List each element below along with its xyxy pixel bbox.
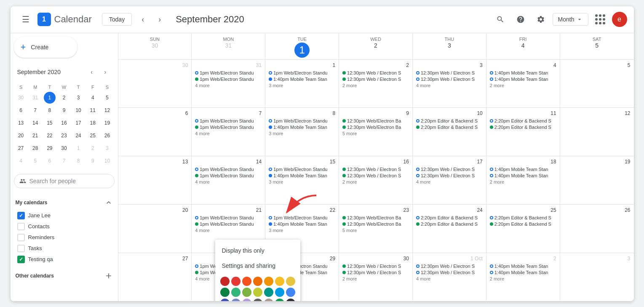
more-events-link[interactable]: 3 more <box>267 131 337 136</box>
calendar-event[interactable]: 2:20pm Editor & Backend S <box>488 221 558 227</box>
create-button[interactable]: + Create <box>14 37 77 58</box>
more-events-link[interactable]: 2 more <box>488 179 558 185</box>
color-cyan[interactable] <box>275 288 284 297</box>
calendar-event[interactable]: 2:20pm Editor & Backend S <box>414 221 484 227</box>
mini-day[interactable]: 20 <box>15 130 27 141</box>
calendar-cell[interactable]: 3012:30pm Web / Electron S12:30pm Web / … <box>339 253 413 301</box>
today-button[interactable]: Today <box>102 13 132 26</box>
mini-prev-button[interactable]: ‹ <box>86 66 98 78</box>
calendar-event[interactable]: 1pm Web/Electron Standu <box>193 124 263 130</box>
calendar-event[interactable]: 2:20pm Editor & Backend S <box>414 215 484 221</box>
calendar-cell[interactable]: 12 <box>560 108 634 156</box>
calendar-cell[interactable]: 11pm Web/Electron Standu1:40pm Mobile Te… <box>265 60 339 108</box>
more-events-link[interactable]: 4 more <box>414 179 484 185</box>
calendar-event[interactable]: 1pm Web/Electron Standu <box>193 215 263 221</box>
calendar-event[interactable]: 1:40pm Mobile Team Stan <box>267 124 337 130</box>
mini-day[interactable]: 25 <box>87 130 99 141</box>
mini-day[interactable]: 30 <box>15 92 27 104</box>
mini-day[interactable]: 26 <box>101 130 113 141</box>
more-events-link[interactable]: 3 more <box>267 179 337 185</box>
calendar-cell[interactable]: 13 <box>118 156 192 204</box>
mini-day-today[interactable]: 1 <box>44 92 56 104</box>
color-slate[interactable] <box>253 299 262 301</box>
next-month-button[interactable]: › <box>152 12 167 27</box>
color-basil[interactable] <box>275 277 284 286</box>
calendar-cell[interactable]: 112:20pm Editor & Backend S2:20pm Editor… <box>486 108 560 156</box>
calendar-cell[interactable]: 27 <box>118 253 192 301</box>
calendar-cell[interactable]: 20 <box>118 205 192 253</box>
mini-day[interactable]: 3 <box>101 142 113 154</box>
calendar-event[interactable]: 1:40pm Mobile Team Stan <box>488 76 558 82</box>
calendar-event[interactable]: 12:30pm Web / Electron S <box>414 270 484 275</box>
calendar-checkbox-contacts[interactable] <box>17 223 25 230</box>
view-selector[interactable]: Month <box>553 13 588 26</box>
mini-day[interactable]: 9 <box>58 104 70 116</box>
calendar-event[interactable]: 12:30pm Web / Electron S <box>341 270 411 275</box>
color-wisteria[interactable] <box>242 299 251 301</box>
calendar-cell[interactable]: 71pm Web/Electron Standu1pm Web/Electron… <box>192 108 265 156</box>
mini-day[interactable]: 2 <box>58 92 70 104</box>
menu-icon[interactable]: ☰ <box>17 11 34 28</box>
calendar-cell[interactable]: 912:30pm Web/Electron Ba12:30pm Web/Elec… <box>339 108 413 156</box>
calendar-item-reminders[interactable]: Reminders <box>14 232 115 243</box>
calendar-event[interactable]: 12:30pm Web / Electron S <box>341 76 411 82</box>
calendar-event[interactable]: 2:20pm Editor & Backend S <box>488 124 558 130</box>
calendar-checkbox-jane[interactable]: ✓ <box>17 212 25 219</box>
color-flamingo[interactable] <box>231 277 240 286</box>
other-calendars-header[interactable]: Other calendars <box>14 268 115 283</box>
calendar-event[interactable]: 12:30pm Web/Electron Ba <box>341 124 411 130</box>
mini-day[interactable]: 17 <box>72 117 84 129</box>
help-button[interactable] <box>512 11 529 28</box>
add-other-calendar-icon[interactable] <box>104 272 113 280</box>
calendar-event[interactable]: 1:40pm Mobile Team Stan <box>267 173 337 179</box>
mini-day[interactable]: 27 <box>15 142 27 154</box>
mini-day[interactable]: 24 <box>72 130 84 141</box>
calendar-cell[interactable]: 19 <box>560 156 634 204</box>
color-teal[interactable] <box>264 288 273 297</box>
calendar-event[interactable]: 12:30pm Web / Electron S <box>341 166 411 172</box>
calendar-event[interactable]: 1pm Web/Electron Standu <box>193 76 263 82</box>
mini-day[interactable]: 5 <box>29 155 41 167</box>
calendar-event[interactable]: 2:20pm Editor & Backend S <box>414 124 484 130</box>
color-lavender[interactable] <box>231 288 240 297</box>
calendar-cell[interactable]: 21:40pm Mobile Team Stan1:40pm Mobile Te… <box>486 253 560 301</box>
mini-day[interactable]: 9 <box>87 155 99 167</box>
calendar-item-tasks[interactable]: Tasks <box>14 243 115 254</box>
calendar-event[interactable]: 1pm Web/Electron Standu <box>267 70 337 76</box>
mini-day[interactable]: 11 <box>87 104 99 116</box>
color-selected[interactable] <box>275 299 284 301</box>
mini-day[interactable]: 10 <box>72 104 84 116</box>
calendar-event[interactable]: 1pm Web/Electron Standu <box>193 221 263 227</box>
mini-day[interactable]: 22 <box>44 130 56 141</box>
calendar-event[interactable]: 1:40pm Mobile Team Stan <box>488 173 558 179</box>
calendar-cell[interactable]: 3 <box>560 253 634 301</box>
mini-day[interactable]: 29 <box>44 142 56 154</box>
color-peacock[interactable] <box>286 277 295 286</box>
calendar-event[interactable]: 1pm Web/Electron Standu <box>267 215 337 221</box>
calendar-cell[interactable]: 81pm Web/Electron Standu1:40pm Mobile Te… <box>265 108 339 156</box>
more-events-link[interactable]: 4 more <box>193 83 263 88</box>
calendar-event[interactable]: 1:40pm Mobile Team Stan <box>488 263 558 269</box>
display-only-item[interactable]: Display this only <box>215 243 300 258</box>
mini-day[interactable]: 21 <box>29 130 41 141</box>
mini-day[interactable]: 10 <box>101 155 113 167</box>
calendar-cell[interactable]: 5 <box>560 60 634 108</box>
search-people-input[interactable]: Search for people <box>14 174 115 188</box>
calendar-event[interactable]: 1pm Web/Electron Standu <box>193 173 263 179</box>
settings-button[interactable] <box>532 11 549 28</box>
more-events-link[interactable]: 5 more <box>341 227 411 233</box>
mini-day[interactable]: 2 <box>87 142 99 154</box>
color-indigo[interactable] <box>220 299 230 301</box>
calendar-checkbox-testing[interactable]: ✓ <box>17 256 25 263</box>
calendar-event[interactable]: 12:30pm Web / Electron S <box>414 263 484 269</box>
calendar-event[interactable]: 12:30pm Web/Electron Ba <box>341 118 411 124</box>
more-events-link[interactable]: 2 more <box>341 179 411 185</box>
more-events-link[interactable]: 2 more <box>341 83 411 88</box>
calendar-event[interactable]: 1:40pm Mobile Team Stan <box>488 270 558 275</box>
calendar-item-testing[interactable]: ✓ Testing qa <box>14 254 115 265</box>
mini-day[interactable]: 5 <box>101 92 113 104</box>
calendar-event[interactable]: 1:40pm Mobile Team Stan <box>267 221 337 227</box>
calendar-event[interactable]: 1pm Web/Electron Standu <box>193 70 263 76</box>
color-banana[interactable] <box>253 277 262 286</box>
more-events-link[interactable]: 4 more <box>414 276 484 282</box>
